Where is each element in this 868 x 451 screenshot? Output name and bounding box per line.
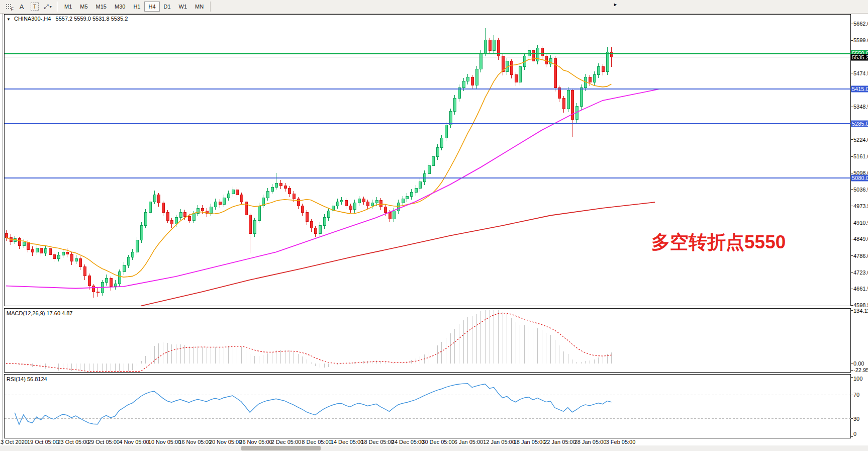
text-label-tool-icon[interactable]: A [16,2,27,12]
macd-indicator-label: MACD(12,26,9) 17.60 4.87 [7,310,72,316]
date-tick-label: 13 Oct 2020 [0,439,28,445]
macd-signal-line [6,313,611,372]
timeframe-button-m5[interactable]: M5 [76,2,91,12]
macd-axis-label: -22.95 [853,367,868,373]
timeframe-button-h4[interactable]: H4 [144,2,159,12]
date-tick-label: 23 Oct 05:00 [58,439,89,445]
date-tick-label: 30 Dec 05:00 [422,439,454,445]
date-tick-label: 16 Nov 05:00 [178,439,211,445]
date-tick-label: 6 Jan 05:00 [454,439,484,445]
price-tick-label: 5348.5 [853,104,868,110]
price-tick-label: 4723.0 [853,269,868,276]
macd-histogram [7,310,612,372]
price-tick-label: 5036.5 [853,187,868,193]
date-tick-label: 3 Feb 05:00 [606,439,636,445]
timeframe-button-w1[interactable]: W1 [175,2,191,12]
macd-axis-label: 0.00 [853,360,864,367]
timeframe-button-h1[interactable]: H1 [129,2,144,12]
hline-price-label: 5285.0 [851,120,868,127]
date-tick-label: 12 Jan 05:00 [483,439,515,445]
timeframe-button-mn[interactable]: MN [191,2,208,12]
rsi-axis-label: 0 [853,431,856,437]
collapse-triangle-icon[interactable]: ▼ [7,17,11,22]
ma-medium-magenta-line [6,89,659,288]
scrollbar-thumb[interactable] [241,446,321,450]
chart-title: ▼ CHINA300-,H4 5557.2 5559.0 5531.8 5535… [7,16,128,22]
fibonacci-tool-icon[interactable]: F [3,2,14,12]
rsi-indicator-label: RSI(14) 56.8124 [7,376,47,382]
timeframe-button-group: M1M5M15M30H1H4D1W1MN [60,2,208,12]
candles-layer [5,28,613,298]
price-tick-label: 4849.0 [853,236,868,242]
date-tick-label: 20 Nov 05:00 [209,439,242,445]
panel-border [5,375,851,438]
price-tick-label: 5224.0 [853,137,868,143]
date-tick-label: 24 Dec 05:00 [392,439,424,445]
date-tick-label: 2 Dec 05:00 [271,439,301,445]
letter-t-icon: T [31,3,39,11]
window-left-edge [3,14,3,445]
chevron-down-icon: ▾ [50,5,52,9]
hline-price-label: 5535.2 [851,54,868,60]
price-tick-label: 5662.0 [853,21,868,27]
date-tick-label: 8 Dec 05:00 [302,439,331,445]
date-tick-label: 18 Jan 05:00 [514,439,546,445]
fibonacci-f-glyph: F [11,7,14,12]
rsi-axis-label: 70 [853,392,859,398]
date-tick-label: 19 Oct 05:00 [27,439,59,445]
toolbar-separator [57,2,58,12]
chart-ohlc-values: 5557.2 5559.0 5531.8 5535.2 [56,16,128,22]
macd-axis-label: 134.11 [853,308,868,314]
timeframe-button-m1[interactable]: M1 [60,2,76,12]
price-tick-label: 4786.0 [853,253,868,259]
date-tick-label: 14 Dec 05:00 [331,439,363,445]
ma-fast-orange-line [6,58,611,277]
arrows-icon: ⤢ [44,3,49,10]
price-tick-label: 5599.0 [853,37,868,43]
price-tick-label: 5474.5 [853,70,868,76]
hline-price-label: 5415.0 [851,86,868,93]
date-tick-label: 29 Oct 05:00 [88,439,120,445]
price-tick-label: 4661.5 [853,286,868,292]
top-toolbar: F A T ⤢ ▾ M1M5M15M30H1H4D1W1MN [0,0,868,14]
text-tool-icon[interactable]: T [29,2,40,12]
panel-border [5,15,851,306]
timeframe-button-d1[interactable]: D1 [160,2,175,12]
horizontal-scrollbar [0,445,868,451]
toolbar-overflow-chevron-icon[interactable]: ► [613,2,618,7]
ma-slow-red-line [141,202,655,306]
hline-price-label: 5080.0 [851,174,868,181]
date-tick-label: 28 Jan 05:00 [574,439,607,445]
chart-plot-area[interactable] [0,0,868,451]
chart-symbol-label: CHINA300-,H4 [14,16,51,22]
panel-border [5,309,851,373]
timeframe-button-m15[interactable]: M15 [92,2,111,12]
rsi-axis-label: 100 [853,376,862,382]
date-tick-label: 18 Dec 05:00 [361,439,394,445]
price-tick-label: 5161.0 [853,153,868,159]
chart-text-annotation[interactable]: 多空转折点5550 [651,230,786,255]
arrows-tool-icon[interactable]: ⤢ ▾ [42,2,53,12]
price-tick-label: 4973.5 [853,203,868,209]
toolbar-separator [210,2,211,12]
timeframe-button-m30[interactable]: M30 [111,2,129,12]
date-tick-label: 26 Nov 05:00 [239,439,272,445]
price-tick-label: 4910.5 [853,220,868,226]
date-tick-label: 4 Nov 05:00 [119,439,149,445]
trading-platform-window: F A T ⤢ ▾ M1M5M15M30H1H4D1W1MN ► ▼ CHINA… [0,0,868,451]
rsi-axis-label: 30 [853,416,859,422]
letter-a-icon: A [20,3,24,11]
date-tick-label: 10 Nov 05:00 [148,439,181,445]
date-tick-label: 22 Jan 05:00 [544,439,576,445]
